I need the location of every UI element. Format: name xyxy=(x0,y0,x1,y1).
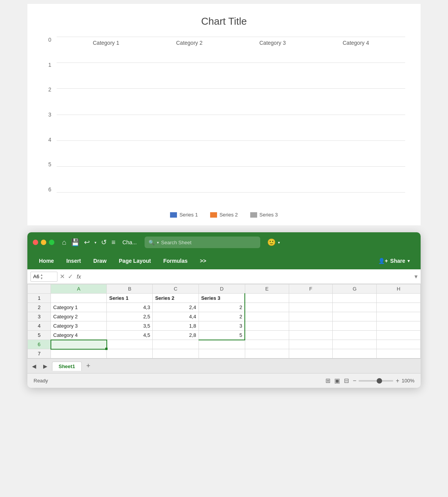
cell-d2[interactable]: 2 xyxy=(199,303,245,312)
cell-g5[interactable] xyxy=(333,331,377,340)
col-header-e[interactable]: E xyxy=(245,284,289,294)
cell-e7[interactable] xyxy=(245,349,289,358)
cell-d1[interactable]: Series 3 xyxy=(199,294,245,303)
cell-a6[interactable] xyxy=(51,340,107,349)
col-header-h[interactable]: H xyxy=(377,284,421,294)
col-header-a[interactable]: A xyxy=(51,284,107,294)
cell-a1[interactable] xyxy=(51,294,107,303)
cell-f6[interactable] xyxy=(289,340,333,349)
cell-b1[interactable]: Series 1 xyxy=(107,294,153,303)
cell-d7[interactable] xyxy=(199,349,245,358)
formula-expand-icon[interactable]: ▾ xyxy=(414,273,418,280)
add-sheet-button[interactable]: + xyxy=(84,361,93,371)
cell-c6[interactable] xyxy=(153,340,199,349)
cell-ref-spinners[interactable]: ▲▼ xyxy=(40,273,43,280)
sheet-next-button[interactable]: ▶ xyxy=(41,362,50,371)
menu-draw[interactable]: Draw xyxy=(87,255,113,266)
cell-c3[interactable]: 4,4 xyxy=(153,312,199,321)
zoom-slider[interactable] xyxy=(359,380,393,382)
cell-e4[interactable] xyxy=(245,321,289,331)
home-icon[interactable]: ⌂ xyxy=(62,238,66,247)
save-icon[interactable]: 💾 xyxy=(71,238,79,247)
cell-e6[interactable] xyxy=(245,340,289,349)
cell-g7[interactable] xyxy=(333,349,377,358)
confirm-formula-icon[interactable]: ✓ xyxy=(68,273,73,280)
cell-b2[interactable]: 4,3 xyxy=(107,303,153,312)
cell-f1[interactable] xyxy=(289,294,333,303)
cell-c2[interactable]: 2,4 xyxy=(153,303,199,312)
cell-b7[interactable] xyxy=(107,349,153,358)
normal-view-icon[interactable]: ▣ xyxy=(334,377,340,384)
menu-more[interactable]: >> xyxy=(194,255,212,266)
menu-page-layout[interactable]: Page Layout xyxy=(113,255,157,266)
cell-g1[interactable] xyxy=(333,294,377,303)
cell-h2[interactable] xyxy=(377,303,421,312)
menu-home[interactable]: Home xyxy=(33,255,60,266)
sheet-tab-sheet1[interactable]: Sheet1 xyxy=(52,362,82,371)
cell-e5[interactable] xyxy=(245,331,289,340)
cell-b3[interactable]: 2,5 xyxy=(107,312,153,321)
col-header-g[interactable]: G xyxy=(333,284,377,294)
sheet-prev-button[interactable]: ◀ xyxy=(30,362,39,371)
cell-e2[interactable] xyxy=(245,303,289,312)
cancel-formula-icon[interactable]: ✕ xyxy=(60,273,65,280)
cell-d4[interactable]: 3 xyxy=(199,321,245,331)
more-icon[interactable]: ≡ xyxy=(111,238,116,247)
cell-g6[interactable] xyxy=(333,340,377,349)
cell-h6[interactable] xyxy=(377,340,421,349)
grid-view-icon[interactable]: ⊞ xyxy=(325,377,330,384)
share-button[interactable]: 👤+ Share ▾ xyxy=(373,255,415,266)
zoom-in-icon[interactable]: + xyxy=(396,377,399,384)
cell-h4[interactable] xyxy=(377,321,421,331)
cell-g4[interactable] xyxy=(333,321,377,331)
undo-icon[interactable]: ↩ xyxy=(84,238,90,247)
cell-h3[interactable] xyxy=(377,312,421,321)
cell-a5[interactable]: Category 4 xyxy=(51,331,107,340)
redo-icon[interactable]: ↺ xyxy=(101,238,107,247)
cell-h5[interactable] xyxy=(377,331,421,340)
cell-h1[interactable] xyxy=(377,294,421,303)
cell-g3[interactable] xyxy=(333,312,377,321)
cell-f7[interactable] xyxy=(289,349,333,358)
maximize-button[interactable] xyxy=(49,240,54,245)
cell-d6[interactable] xyxy=(199,340,245,349)
menu-formulas[interactable]: Formulas xyxy=(157,255,194,266)
col-header-b[interactable]: B xyxy=(107,284,153,294)
minimize-button[interactable] xyxy=(41,240,46,245)
cell-a2[interactable]: Category 1 xyxy=(51,303,107,312)
cell-f4[interactable] xyxy=(289,321,333,331)
undo-dropdown-icon[interactable]: ▾ xyxy=(94,240,96,245)
close-button[interactable] xyxy=(33,240,38,245)
page-view-icon[interactable]: ⊟ xyxy=(344,377,349,384)
cell-e1[interactable] xyxy=(245,294,289,303)
cell-a4[interactable]: Category 3 xyxy=(51,321,107,331)
cell-d3[interactable]: 2 xyxy=(199,312,245,321)
cell-d5[interactable]: 5 xyxy=(199,331,245,340)
cell-a7[interactable] xyxy=(51,349,107,358)
cell-a3[interactable]: Category 2 xyxy=(51,312,107,321)
col-header-c[interactable]: C xyxy=(153,284,199,294)
cell-b4[interactable]: 3,5 xyxy=(107,321,153,331)
smiley-dropdown-icon[interactable]: ▾ xyxy=(278,240,280,245)
cell-f3[interactable] xyxy=(289,312,333,321)
cell-c1[interactable]: Series 2 xyxy=(153,294,199,303)
corner-cell xyxy=(28,284,51,294)
search-bar[interactable]: 🔍 ▾ Search Sheet xyxy=(145,237,260,248)
zoom-out-icon[interactable]: − xyxy=(353,377,356,384)
cell-c5[interactable]: 2,8 xyxy=(153,331,199,340)
cell-b5[interactable]: 4,5 xyxy=(107,331,153,340)
cell-reference-box[interactable]: A6 ▲▼ xyxy=(30,272,57,282)
zoom-thumb[interactable] xyxy=(377,378,382,384)
col-header-f[interactable]: F xyxy=(289,284,333,294)
menu-insert[interactable]: Insert xyxy=(60,255,87,266)
col-header-d[interactable]: D xyxy=(199,284,245,294)
cell-c7[interactable] xyxy=(153,349,199,358)
cell-b6[interactable] xyxy=(107,340,153,349)
cell-c4[interactable]: 1,8 xyxy=(153,321,199,331)
cell-h7[interactable] xyxy=(377,349,421,358)
cell-f5[interactable] xyxy=(289,331,333,340)
cell-f2[interactable] xyxy=(289,303,333,312)
smiley-icon[interactable]: 🙂 xyxy=(267,238,276,247)
cell-e3[interactable] xyxy=(245,312,289,321)
cell-g2[interactable] xyxy=(333,303,377,312)
